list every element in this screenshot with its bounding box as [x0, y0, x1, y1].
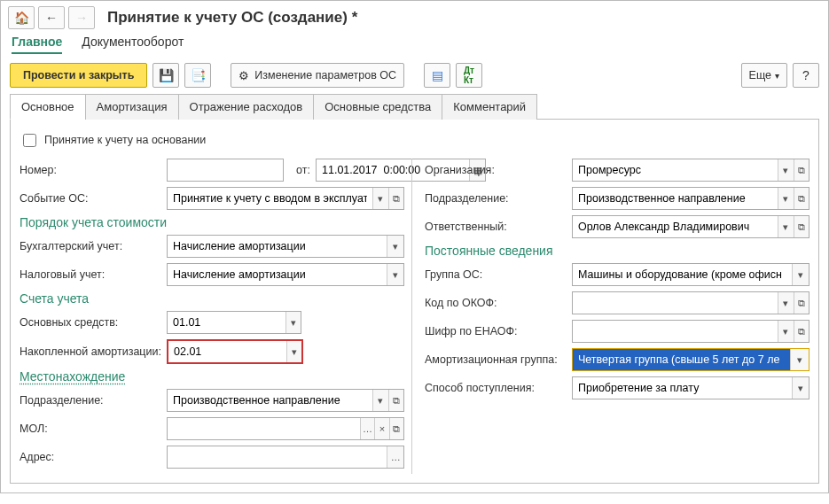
acc-record-label: Бухгалтерский учет: — [20, 240, 161, 252]
acc-deprec-label: Накопленной амортизации: — [20, 345, 161, 358]
ellipsis-icon[interactable]: … — [387, 446, 403, 468]
toolbar: Провести и закрыть 💾 📑 ⚙ Изменение парам… — [1, 61, 828, 93]
dept-field[interactable]: ▾ ⧉ — [572, 187, 809, 210]
dropdown-icon[interactable]: ▾ — [286, 341, 301, 362]
dropdown-icon[interactable]: ▾ — [778, 292, 793, 314]
open-icon[interactable]: ⧉ — [794, 188, 809, 209]
change-params-button[interactable]: ⚙ Изменение параметров ОС — [231, 63, 404, 88]
open-icon[interactable]: ⧉ — [794, 292, 809, 314]
accounts-section-title: Счета учета — [20, 291, 404, 306]
clear-icon[interactable]: × — [374, 418, 388, 439]
change-params-label: Изменение параметров ОС — [254, 69, 396, 81]
open-icon[interactable]: ⧉ — [388, 390, 403, 411]
tab-amort[interactable]: Амортизация — [85, 94, 179, 120]
dropdown-icon[interactable]: ▾ — [778, 159, 793, 181]
save-icon[interactable]: 💾 — [153, 63, 179, 88]
enaof-field[interactable]: ▾ ⧉ — [572, 320, 809, 343]
window: 🏠 ← → Принятие к учету ОС (создание) * Г… — [0, 0, 829, 493]
dropdown-icon[interactable]: ▾ — [387, 264, 403, 285]
back-icon[interactable]: ← — [38, 6, 65, 29]
amort-group-label: Амортизационная группа: — [425, 353, 567, 366]
chevron-down-icon: ▾ — [775, 71, 779, 81]
dropdown-icon[interactable]: ▾ — [372, 390, 387, 411]
based-on-label: Принятие к учету на основании — [44, 134, 206, 146]
dropdown-icon[interactable]: ▾ — [372, 188, 387, 209]
order-section-title: Порядок учета стоимости — [20, 215, 404, 229]
tab-main[interactable]: Основное — [10, 94, 86, 120]
tax-record-label: Налоговый учет: — [20, 268, 161, 281]
group-field[interactable]: ▾ — [572, 263, 809, 286]
resp-field[interactable]: ▾ ⧉ — [572, 215, 809, 238]
dropdown-icon[interactable]: ▾ — [778, 216, 793, 237]
mol-label: МОЛ: — [20, 423, 161, 435]
dropdown-icon[interactable]: ▾ — [778, 321, 793, 342]
open-icon[interactable]: ⧉ — [388, 188, 403, 209]
dropdown-icon[interactable]: ▾ — [778, 188, 793, 209]
const-section-title: Постоянные сведения — [425, 244, 809, 258]
org-label: Организация: — [425, 164, 567, 176]
dtkt-icon[interactable]: ДтКт — [456, 63, 482, 88]
mol-field[interactable]: … × ⧉ — [167, 417, 404, 440]
right-column: Организация: ▾ ⧉ Подразделение: ▾ ⧉ — [411, 159, 809, 474]
event-label: Событие ОС: — [20, 192, 161, 205]
tax-record-field[interactable]: ▾ — [167, 263, 404, 286]
receipt-label: Способ поступления: — [425, 382, 567, 394]
enaof-label: Шифр по ЕНАОФ: — [425, 325, 567, 337]
tab-assets[interactable]: Основные средства — [313, 94, 442, 120]
help-button[interactable]: ? — [793, 63, 819, 88]
title-bar: 🏠 ← → Принятие к учету ОС (создание) * — [1, 1, 828, 33]
panel-main: Принятие к учету на основании Номер: от:… — [10, 120, 819, 484]
acc-fixed-label: Основных средств: — [20, 316, 161, 329]
acc-fixed-field[interactable]: ▾ — [167, 311, 301, 334]
location-section-title: Местонахождение — [20, 369, 404, 384]
open-icon[interactable]: ⧉ — [794, 159, 809, 181]
top-tabs: Главное Документооборот — [1, 33, 828, 61]
more-button[interactable]: Еще ▾ — [741, 63, 787, 88]
org-field[interactable]: ▾ ⧉ — [572, 159, 809, 182]
department-label: Подразделение: — [20, 394, 161, 407]
dropdown-icon[interactable]: ▾ — [285, 312, 301, 333]
number-field[interactable] — [167, 159, 284, 182]
okof-label: Код по ОКОФ: — [425, 297, 567, 309]
left-column: Номер: от: ▦ Событие ОС: ▾ ⧉ — [20, 159, 404, 474]
top-tab-main[interactable]: Главное — [12, 35, 62, 54]
open-icon[interactable]: ⧉ — [389, 418, 403, 439]
settings-icon: ⚙ — [239, 69, 249, 82]
home-icon[interactable]: 🏠 — [8, 6, 35, 29]
address-label: Адрес: — [20, 451, 161, 463]
okof-field[interactable]: ▾ ⧉ — [572, 291, 809, 314]
ellipsis-icon[interactable]: … — [360, 418, 374, 439]
more-label: Еще — [749, 69, 771, 81]
department-field[interactable]: ▾ ⧉ — [167, 389, 404, 412]
page-title: Принятие к учету ОС (создание) * — [107, 9, 357, 27]
dropdown-icon[interactable]: ▾ — [792, 264, 809, 285]
top-tab-docflow[interactable]: Документооборот — [82, 35, 184, 54]
resp-label: Ответственный: — [425, 221, 567, 233]
address-field[interactable]: … — [167, 446, 404, 469]
amort-group-value: Четвертая группа (свыше 5 лет до 7 ле — [573, 349, 790, 370]
amort-group-field[interactable]: Четвертая группа (свыше 5 лет до 7 ле ▾ — [572, 348, 809, 371]
dropdown-icon[interactable]: ▾ — [792, 377, 809, 399]
based-on-checkbox[interactable] — [23, 134, 36, 147]
post-and-close-button[interactable]: Провести и закрыть — [10, 63, 147, 88]
group-label: Группа ОС: — [425, 268, 567, 281]
dept-label: Подразделение: — [425, 192, 567, 205]
open-icon[interactable]: ⧉ — [794, 216, 809, 237]
acc-record-field[interactable]: ▾ — [167, 235, 404, 258]
from-label: от: — [289, 164, 310, 176]
dropdown-icon[interactable]: ▾ — [790, 349, 809, 370]
tab-comment[interactable]: Комментарий — [442, 94, 537, 120]
acc-deprec-field[interactable]: ▾ — [167, 339, 303, 364]
post-icon[interactable]: 📑 — [184, 63, 211, 88]
report-icon[interactable]: ▤ — [424, 63, 450, 88]
receipt-field[interactable]: ▾ — [572, 376, 809, 399]
forward-icon: → — [68, 6, 95, 29]
number-label: Номер: — [20, 164, 161, 176]
dropdown-icon[interactable]: ▾ — [387, 236, 403, 257]
tab-strip: Основное Амортизация Отражение расходов … — [10, 93, 819, 120]
open-icon[interactable]: ⧉ — [794, 321, 809, 342]
event-field[interactable]: ▾ ⧉ — [167, 187, 404, 210]
tab-expense[interactable]: Отражение расходов — [178, 94, 315, 120]
